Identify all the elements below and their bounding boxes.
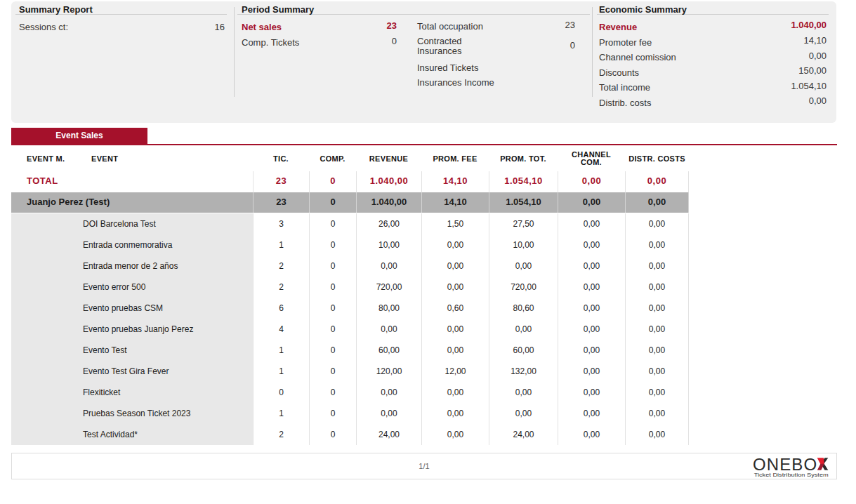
svg-text:Ticket Distribution System: Ticket Distribution System — [754, 472, 829, 478]
svg-text:ONEBO: ONEBO — [753, 455, 817, 474]
